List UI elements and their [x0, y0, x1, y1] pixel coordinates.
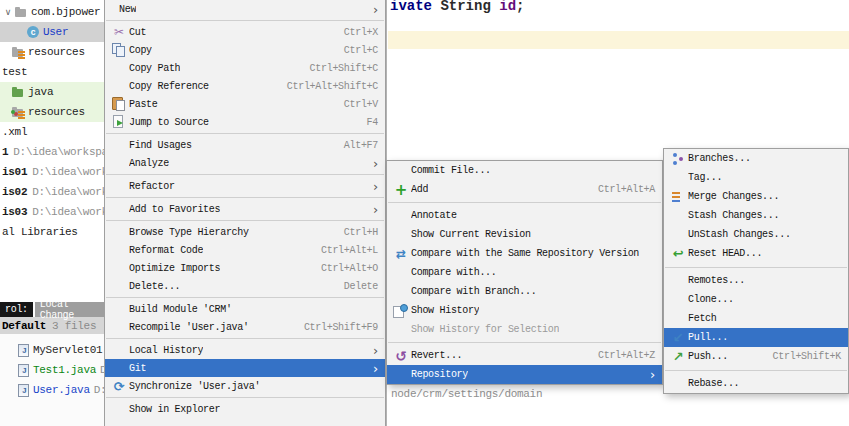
- menu-item-commit-file[interactable]: Commit File...: [387, 161, 662, 180]
- java-file-icon: [18, 364, 29, 377]
- add-icon: [391, 182, 411, 198]
- menu-item-label: Add: [411, 184, 428, 195]
- menu-item-unstash-changes[interactable]: UnStash Changes...: [664, 225, 848, 244]
- menu-item-copy-reference[interactable]: Copy ReferenceCtrl+Alt+Shift+C: [105, 77, 385, 95]
- menu-separator: [106, 20, 384, 21]
- menu-item-label: Find Usages: [129, 140, 192, 151]
- menu-item-optimize-imports[interactable]: Optimize ImportsCtrl+Alt+O: [105, 259, 385, 277]
- tree-item-xml[interactable]: .xml: [0, 122, 104, 142]
- revert-icon: [391, 348, 411, 364]
- menu-item-cut[interactable]: CutCtrl+X: [105, 23, 385, 41]
- menu-item-reformat-code[interactable]: Reformat CodeCtrl+Alt+L: [105, 241, 385, 259]
- menu-item-shortcut: Ctrl+C: [334, 45, 378, 56]
- menu-item-recompile-user-java[interactable]: Recompile 'User.java'Ctrl+Shift+F9: [105, 318, 385, 336]
- changed-file-test1-java[interactable]: Test1.javaD: [0, 360, 104, 380]
- menu-item-compare-with-branch[interactable]: Compare with Branch...: [387, 282, 662, 301]
- menu-item-add[interactable]: AddCtrl+Alt+A: [387, 180, 662, 199]
- tree-item-label: java: [28, 86, 53, 98]
- menu-item-synchronize-user-java[interactable]: Synchronize 'User.java': [105, 377, 385, 395]
- menu-item-copy[interactable]: CopyCtrl+C: [105, 41, 385, 59]
- tree-item-resources[interactable]: resources: [0, 102, 104, 122]
- menu-item-shortcut: Ctrl+Alt+A: [588, 184, 655, 195]
- resources-folder-icon: [11, 45, 25, 59]
- tab-local-changes[interactable]: Local Change: [35, 302, 104, 317]
- menu-item-branches[interactable]: Branches...: [664, 149, 848, 168]
- menu-item-label: Git: [129, 363, 146, 374]
- menu-item-jump-to-source[interactable]: Jump to SourceF4: [105, 113, 385, 131]
- menu-item-stash-changes[interactable]: Stash Changes...: [664, 206, 848, 225]
- tree-item-label: resources: [28, 106, 85, 118]
- menu-separator: [106, 174, 384, 175]
- menu-item-find-usages[interactable]: Find UsagesAlt+F7: [105, 136, 385, 154]
- menu-item-show-history[interactable]: Show History: [387, 301, 662, 320]
- project-tree-panel: ∨com.bjpowerUserresourcestestjavaresourc…: [0, 0, 104, 302]
- menu-item-show-history-for-selection[interactable]: Show History for Selection: [387, 320, 662, 339]
- menu-item-show-in-explorer[interactable]: Show in Explorer: [105, 400, 385, 418]
- merge-icon: [668, 189, 688, 205]
- menu-item-label: Refactor: [129, 181, 175, 192]
- tree-item-com-bjpower[interactable]: ∨com.bjpower: [0, 2, 104, 22]
- tree-item-resources[interactable]: resources: [0, 42, 104, 62]
- menu-item-refactor[interactable]: Refactor›: [105, 177, 385, 195]
- tree-item-1[interactable]: 1D:\idea\workspac: [0, 142, 104, 162]
- show-history-icon: [391, 303, 411, 319]
- code-keyword: ivate: [390, 0, 432, 14]
- version-control-panel: rol: Local Change Default 3 files MyServ…: [0, 302, 104, 426]
- menu-item-shortcut: Ctrl+Alt+O: [311, 263, 378, 274]
- menu-item-new[interactable]: New›: [105, 0, 385, 18]
- changelist-header[interactable]: Default 3 files: [0, 317, 104, 334]
- menu-item-tag[interactable]: Tag...: [664, 168, 848, 187]
- menu-item-shortcut: Ctrl+X: [334, 27, 378, 38]
- menu-item-local-history[interactable]: Local History›: [105, 341, 385, 359]
- menu-item-shortcut: Ctrl+Alt+L: [311, 245, 378, 256]
- tree-item-is01[interactable]: is01D:\idea\works: [0, 162, 104, 182]
- tree-item-user[interactable]: User: [0, 22, 104, 42]
- menu-item-clone[interactable]: Clone...: [664, 290, 848, 309]
- menu-item-label: Clone...: [688, 294, 734, 305]
- menu-item-add-to-favorites[interactable]: Add to Favorites›: [105, 200, 385, 218]
- menu-item-push[interactable]: Push...Ctrl+Shift+K: [664, 347, 848, 366]
- tree-item-al-libraries[interactable]: al Libraries: [0, 222, 104, 242]
- tree-item-java[interactable]: java: [0, 82, 104, 102]
- menu-item-browse-type-hierarchy[interactable]: Browse Type HierarchyCtrl+H: [105, 223, 385, 241]
- menu-item-compare-with-the-same-repository-version[interactable]: Compare with the Same Repository Version: [387, 244, 662, 263]
- menu-item-label: Remotes...: [688, 275, 745, 286]
- changed-file-name: Test1.java: [33, 364, 96, 376]
- menu-item-delete[interactable]: Delete...Delete: [105, 277, 385, 295]
- tree-item-is03[interactable]: is03D:\idea\works: [0, 202, 104, 222]
- menu-item-fetch[interactable]: Fetch: [664, 309, 848, 328]
- tab-version-control[interactable]: rol:: [0, 302, 33, 317]
- menu-item-analyze[interactable]: Analyze›: [105, 154, 385, 172]
- menu-item-reset-head[interactable]: Reset HEAD...: [664, 244, 848, 263]
- menu-item-copy-path[interactable]: Copy PathCtrl+Shift+C: [105, 59, 385, 77]
- menu-item-build-module-crm[interactable]: Build Module 'CRM': [105, 300, 385, 318]
- changed-file-myservlet01[interactable]: MyServlet01.: [0, 340, 104, 360]
- menu-item-label: Fetch: [688, 313, 717, 324]
- menu-item-rebase[interactable]: Rebase...: [664, 374, 848, 393]
- menu-item-label: Compare with Branch...: [411, 286, 536, 297]
- menu-item-compare-with[interactable]: Compare with...: [387, 263, 662, 282]
- menu-item-shortcut: Ctrl+Alt+Z: [588, 350, 655, 361]
- tree-item-is02[interactable]: is02D:\idea\works: [0, 182, 104, 202]
- chevron-down-icon[interactable]: ∨: [2, 7, 14, 17]
- tree-item-test[interactable]: test: [0, 62, 104, 82]
- menu-item-shortcut: Ctrl+V: [334, 99, 378, 110]
- menu-item-paste[interactable]: PasteCtrl+V: [105, 95, 385, 113]
- menu-item-git[interactable]: Git›: [105, 359, 385, 377]
- menu-item-revert[interactable]: Revert...Ctrl+Alt+Z: [387, 346, 662, 365]
- menu-item-pull[interactable]: Pull...: [664, 328, 848, 347]
- tree-item-label: User: [43, 26, 68, 38]
- menu-item-repository[interactable]: Repository›: [387, 365, 662, 384]
- git-submenu: Commit File...AddCtrl+Alt+AAnnotateShow …: [386, 160, 663, 385]
- menu-item-annotate[interactable]: Annotate: [387, 206, 662, 225]
- tree-item-path: D:\idea\works: [32, 206, 104, 218]
- menu-item-label: UnStash Changes...: [688, 229, 791, 240]
- menu-item-label: Repository: [411, 369, 468, 380]
- menu-item-shortcut: Ctrl+H: [334, 227, 378, 238]
- menu-item-remotes[interactable]: Remotes...: [664, 271, 848, 290]
- changed-file-user-java[interactable]: User.javaD:: [0, 380, 104, 400]
- menu-item-merge-changes[interactable]: Merge Changes...: [664, 187, 848, 206]
- reset-head-icon: [668, 246, 688, 262]
- ide-window: ∨com.bjpowerUserresourcestestjavaresourc…: [0, 0, 849, 426]
- menu-item-show-current-revision[interactable]: Show Current Revision: [387, 225, 662, 244]
